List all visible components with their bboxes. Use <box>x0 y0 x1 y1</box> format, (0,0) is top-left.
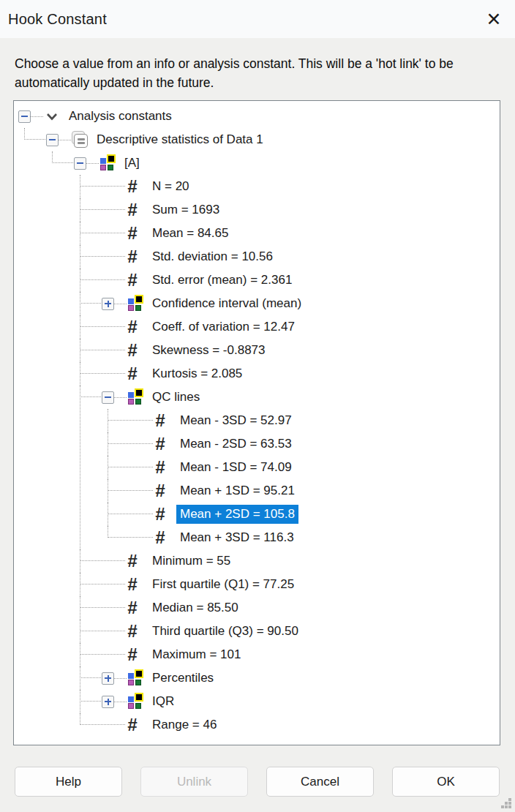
tree-item-label: First quartile (Q1) = 77.25 <box>149 575 298 594</box>
tree-item[interactable]: #Std. error (mean) = 2.361 <box>102 268 500 292</box>
tree-item-label: Sum = 1693 <box>149 200 223 219</box>
numeric-constant-icon: # <box>154 435 172 453</box>
resize-grip[interactable] <box>501 798 512 809</box>
tree-item-label: [A] <box>121 154 143 173</box>
numeric-constant-icon: # <box>127 225 144 242</box>
constants-tree-panel: Analysis constantsDescriptive statistics… <box>13 100 500 745</box>
tree-item-label: Descriptive statistics of Data 1 <box>93 130 267 149</box>
numeric-constant-icon: # <box>127 178 144 195</box>
tree-item-label: Skewness = -0.8873 <box>149 341 269 360</box>
chevron-down-icon <box>43 108 61 125</box>
tree-connector <box>86 163 99 164</box>
expand-expander-icon[interactable] <box>102 696 114 708</box>
tree-item[interactable]: Percentiles <box>102 666 500 690</box>
analysis-group-icon <box>127 669 144 687</box>
analysis-group-icon <box>99 154 116 172</box>
analysis-group-icon <box>127 693 144 710</box>
numeric-constant-icon: # <box>154 529 172 546</box>
numeric-constant-icon: # <box>154 412 172 429</box>
tree-item-label: N = 20 <box>149 177 193 196</box>
tree-item-label: Third quartile (Q3) = 90.50 <box>149 622 302 641</box>
tree-item-label: QC lines <box>149 388 203 407</box>
collapse-expander-icon[interactable] <box>18 110 31 123</box>
collapse-expander-icon[interactable] <box>46 134 59 146</box>
numeric-constant-icon: # <box>127 342 144 359</box>
expand-expander-icon[interactable] <box>102 672 114 685</box>
dialog-title: Hook Constant <box>0 11 107 28</box>
tree-item-label: Coeff. of variation = 12.47 <box>149 317 298 337</box>
numeric-constant-icon: # <box>127 201 144 219</box>
tree-connector <box>114 397 127 398</box>
tree-item[interactable]: Descriptive statistics of Data 1 <box>46 128 500 151</box>
report-page-icon <box>71 131 89 149</box>
tree-item-label: Range = 46 <box>149 715 220 734</box>
tree-item-label: Mean = 84.65 <box>149 224 232 243</box>
numeric-constant-icon: # <box>127 646 144 663</box>
tree-item[interactable]: #Mean + 1SD = 95.21 <box>129 479 500 503</box>
tree-connector <box>114 304 127 304</box>
tree-item-label: Minimum = 55 <box>149 552 234 571</box>
close-button[interactable]: ✕ <box>477 3 511 35</box>
tree-item-label: Kurtosis = 2.085 <box>149 364 246 383</box>
tree-item[interactable]: #Mean + 2SD = 105.8 <box>129 503 500 526</box>
numeric-constant-icon: # <box>127 248 144 266</box>
tree-item-label: Std. error (mean) = 2.361 <box>149 271 296 290</box>
cancel-button[interactable]: Cancel <box>266 767 374 797</box>
tree-item[interactable]: #Minimum = 55 <box>102 549 500 573</box>
numeric-constant-icon: # <box>127 576 144 593</box>
numeric-constant-icon: # <box>127 552 144 570</box>
tree-item[interactable]: #Mean - 1SD = 74.09 <box>129 456 500 479</box>
tree-item[interactable]: #N = 20 <box>102 175 500 198</box>
numeric-constant-icon: # <box>127 623 144 640</box>
tree-item[interactable]: #Mean - 2SD = 63.53 <box>129 432 500 456</box>
tree-item[interactable]: #Median = 85.50 <box>102 596 500 620</box>
tree-item-label-selected: Mean + 2SD = 105.8 <box>176 505 298 524</box>
tree-item[interactable]: #Mean + 3SD = 116.3 <box>129 526 500 549</box>
tree-item[interactable]: Confidence interval (mean) <box>102 292 500 315</box>
analysis-group-icon <box>127 388 144 406</box>
tree-item[interactable]: QC lines <box>102 386 500 409</box>
numeric-constant-icon: # <box>127 318 144 336</box>
unlink-button: Unlink <box>140 767 248 797</box>
ok-button[interactable]: OK <box>392 767 500 797</box>
help-button[interactable]: Help <box>15 767 122 797</box>
tree-item[interactable]: #Std. deviation = 10.56 <box>102 245 500 268</box>
tree-item-label: Maximum = 101 <box>149 645 244 664</box>
tree-connector <box>114 702 127 702</box>
tree-item-label: Mean + 3SD = 116.3 <box>176 528 298 547</box>
numeric-constant-icon: # <box>127 365 144 383</box>
expand-expander-icon[interactable] <box>102 298 114 310</box>
collapse-expander-icon[interactable] <box>74 157 86 170</box>
tree-item[interactable]: #Mean - 3SD = 52.97 <box>129 409 500 432</box>
numeric-constant-icon: # <box>127 716 144 734</box>
tree-connector <box>114 678 127 679</box>
numeric-constant-icon: # <box>154 459 172 476</box>
tree-item[interactable]: #Maximum = 101 <box>102 643 500 666</box>
titlebar: Hook Constant ✕ <box>0 0 515 38</box>
tree-item-label: Mean - 1SD = 74.09 <box>176 458 296 477</box>
tree-item-label: Mean - 2SD = 63.53 <box>176 435 296 454</box>
tree-item-label: IQR <box>149 692 178 711</box>
tree-item[interactable]: #Kurtosis = 2.085 <box>102 362 500 386</box>
dialog-description: Choose a value from an info or analysis … <box>15 54 503 92</box>
tree-item-label: Confidence interval (mean) <box>149 294 305 313</box>
grip-dots <box>501 805 504 808</box>
tree-item[interactable]: #Skewness = -0.8873 <box>102 339 500 362</box>
tree-item-label: Analysis constants <box>65 107 176 126</box>
tree-connector <box>31 116 43 117</box>
constants-tree: Analysis constantsDescriptive statistics… <box>18 105 500 737</box>
collapse-expander-icon[interactable] <box>102 391 114 404</box>
tree-item[interactable]: #Sum = 1693 <box>102 198 500 222</box>
tree-item[interactable]: #First quartile (Q1) = 77.25 <box>102 573 500 596</box>
tree-item[interactable]: #Range = 46 <box>102 713 500 737</box>
tree-item[interactable]: #Third quartile (Q3) = 90.50 <box>102 620 500 643</box>
tree-item[interactable]: #Mean = 84.65 <box>102 222 500 245</box>
close-icon: ✕ <box>486 10 502 29</box>
tree-item[interactable]: Analysis constants <box>18 105 500 128</box>
numeric-constant-icon: # <box>154 482 172 500</box>
tree-item-label: Std. deviation = 10.56 <box>149 247 277 266</box>
tree-item[interactable]: #Coeff. of variation = 12.47 <box>102 315 500 339</box>
tree-item[interactable]: IQR <box>102 690 500 713</box>
tree-item-label: Mean - 3SD = 52.97 <box>176 411 296 430</box>
tree-item[interactable]: [A] <box>74 151 500 175</box>
